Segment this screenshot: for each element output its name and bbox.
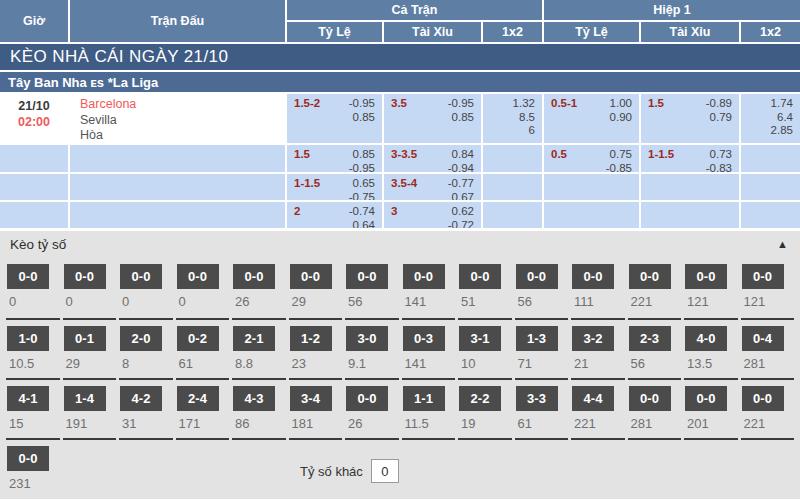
odd-value[interactable]: -0.89 [706,97,732,111]
odd-value[interactable]: 1.00 [610,97,632,111]
score-cell[interactable]: 0-00 [63,258,117,318]
score-label[interactable]: 2-4 [177,386,219,411]
score-label[interactable]: 1-4 [64,386,106,411]
score-label[interactable]: 2-1 [233,326,275,351]
score-cell[interactable]: 2-08 [119,318,173,378]
score-cell[interactable]: 1-4191 [63,378,117,438]
overunder-half-cell[interactable]: 1.5-0.890.79 [641,94,739,143]
score-cell[interactable]: 0-129 [63,318,117,378]
score-cell[interactable]: 0-261 [176,318,230,378]
1x2-half-cell[interactable]: 1.746.42.85 [741,94,800,143]
score-label[interactable]: 1-3 [516,326,558,351]
handicap-full-cell[interactable]: 1-1.50.65-0.75 [287,174,382,200]
score-label[interactable]: 2-2 [459,386,501,411]
score-label[interactable]: 0-0 [403,264,445,289]
score-cell[interactable]: 4-115 [6,378,60,438]
handicap-half-cell[interactable]: 0.5-11.000.90 [544,94,639,143]
odd-value[interactable]: -0.94 [448,162,474,173]
odd-value[interactable]: -0.75 [349,191,375,201]
score-cell[interactable]: 0-0201 [684,378,738,438]
score-cell[interactable]: 0-0281 [628,378,682,438]
score-label[interactable]: 3-0 [346,326,388,351]
odd-value[interactable]: -0.95 [349,162,375,173]
score-label[interactable]: 0-0 [685,386,727,411]
overunder-full-cell[interactable]: 3.5-0.950.85 [384,94,481,143]
score-cell[interactable]: 0-0121 [684,258,738,318]
score-cell[interactable]: 0-00 [176,258,230,318]
odd-value[interactable]: 0.79 [706,111,732,125]
score-label[interactable]: 2-0 [120,326,162,351]
odd-value[interactable]: -0.74 [349,205,375,219]
odd-value[interactable]: -0.95 [448,97,474,111]
score-cell[interactable]: 0-056 [515,258,569,318]
score-cell[interactable]: 4-4221 [571,378,625,438]
score-label[interactable]: 0-0 [120,264,162,289]
handicap-full-cell[interactable]: 2-0.740.64 [287,202,382,228]
odd-value[interactable]: 0.85 [448,111,474,125]
score-cell[interactable]: 0-026 [345,378,399,438]
score-cell[interactable]: 2-356 [628,318,682,378]
overunder-half-cell[interactable]: 1-1.50.73-0.83 [641,145,739,172]
score-label[interactable]: 0-3 [403,326,445,351]
score-label[interactable]: 1-1 [403,386,445,411]
score-label[interactable]: 3-1 [459,326,501,351]
odd-value[interactable]: 6.4 [771,111,793,125]
score-cell[interactable]: 0-0221 [741,378,795,438]
score-label[interactable]: 4-1 [7,386,49,411]
score-cell[interactable]: 1-371 [515,318,569,378]
odd-value[interactable]: -0.85 [606,162,632,173]
score-cell[interactable]: 2-219 [458,378,512,438]
score-cell[interactable]: 3-361 [515,378,569,438]
score-label[interactable]: 0-0 [572,264,614,289]
odd-value[interactable]: 0.85 [349,111,375,125]
odd-value[interactable]: 0.65 [349,177,375,191]
odd-value[interactable]: 0.67 [448,191,474,201]
score-cell[interactable]: 3-110 [458,318,512,378]
score-label[interactable]: 0-0 [346,264,388,289]
handicap-full-cell[interactable]: 1.50.85-0.95 [287,145,382,172]
odd-value[interactable]: 1.74 [771,97,793,111]
score-label[interactable]: 0-2 [177,326,219,351]
score-label[interactable]: 0-0 [290,264,332,289]
score-cell[interactable]: 0-3141 [402,318,456,378]
score-cell[interactable]: 3-4181 [289,378,343,438]
score-cell[interactable]: 2-4171 [176,378,230,438]
collapse-arrow-icon[interactable]: ▲ [777,238,788,250]
score-label[interactable]: 0-0 [177,264,219,289]
odd-value[interactable]: 1.32 [513,97,535,111]
score-label[interactable]: 0-0 [742,264,784,289]
overunder-full-cell[interactable]: 30.62-0.72 [384,202,481,228]
odd-value[interactable]: 0.75 [606,148,632,162]
score-cell[interactable]: 0-0141 [402,258,456,318]
score-cell[interactable]: 0-0121 [741,258,795,318]
handicap-full-cell[interactable]: 1.5-2-0.950.85 [287,94,382,143]
score-cell[interactable]: 0-0221 [628,258,682,318]
score-cell[interactable]: 0-056 [345,258,399,318]
score-label[interactable]: 0-0 [685,264,727,289]
score-label[interactable]: 0-0 [7,264,49,289]
score-label[interactable]: 4-0 [685,326,727,351]
score-label[interactable]: 0-0 [516,264,558,289]
score-label[interactable]: 0-1 [64,326,106,351]
score-label[interactable]: 0-0 [233,264,275,289]
odd-value[interactable]: -0.95 [349,97,375,111]
score-cell[interactable]: 1-223 [289,318,343,378]
1x2-full-cell[interactable]: 1.328.56 [483,94,542,143]
score-cell[interactable]: 4-231 [119,378,173,438]
odd-value[interactable]: 0.90 [610,111,632,125]
score-cell[interactable]: 1-010.5 [6,318,60,378]
score-label[interactable]: 2-3 [629,326,671,351]
score-label[interactable]: 3-3 [516,386,558,411]
overunder-full-cell[interactable]: 3-3.50.84-0.94 [384,145,481,172]
score-cell[interactable]: 3-221 [571,318,625,378]
overunder-full-cell[interactable]: 3.5-4-0.770.67 [384,174,481,200]
score-label[interactable]: 1-2 [290,326,332,351]
score-cell[interactable]: 0-0231 [6,438,60,498]
odd-value[interactable]: 8.5 [513,111,535,125]
odd-value[interactable]: 0.62 [448,205,474,219]
score-cell[interactable]: 0-00 [6,258,60,318]
score-cell[interactable]: 0-4281 [741,318,795,378]
score-label[interactable]: 1-0 [7,326,49,351]
score-cell[interactable]: 0-026 [232,258,286,318]
score-label[interactable]: 0-0 [629,386,671,411]
